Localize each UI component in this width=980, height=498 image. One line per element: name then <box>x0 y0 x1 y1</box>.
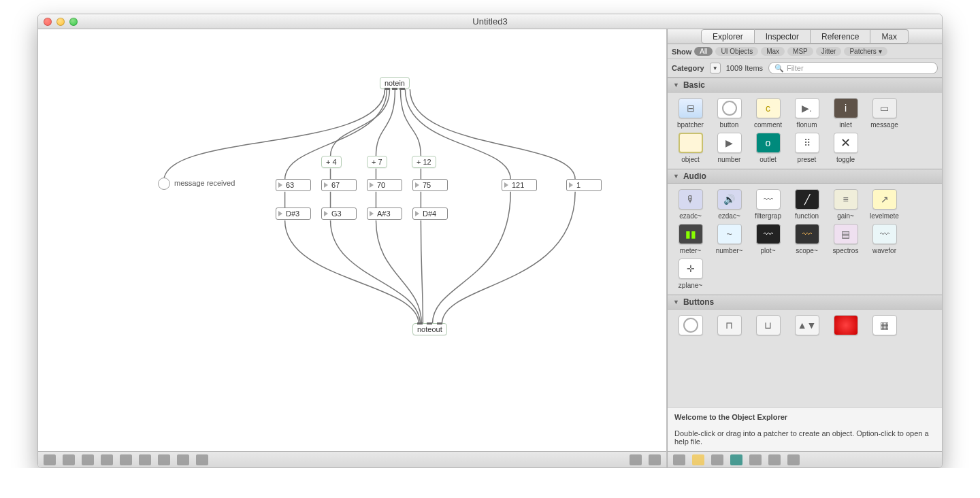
message-box-121[interactable]: 121 <box>502 179 537 191</box>
obj-number[interactable]: ▶number <box>710 133 748 163</box>
obj-numbersig[interactable]: ~number~ <box>710 224 748 254</box>
obj-scope[interactable]: 〰scope~ <box>788 224 826 254</box>
object-plus-12[interactable]: + 12 <box>412 156 436 168</box>
window-minimize-button[interactable] <box>56 18 65 26</box>
obj-inlet[interactable]: iinlet <box>827 98 864 129</box>
chip-jitter[interactable]: Jitter <box>816 47 842 56</box>
preset-icon: ⠿ <box>795 133 819 153</box>
presentation-icon[interactable] <box>82 454 94 465</box>
category-row: Category ▼ 1009 Items 🔍 Filter <box>668 59 942 78</box>
numbersig-icon: ~ <box>717 224 742 244</box>
help-icon[interactable] <box>768 454 781 465</box>
help-box: Welcome to the Object Explorer Double-cl… <box>668 407 942 451</box>
obj-preset[interactable]: ⠿preset <box>788 133 826 163</box>
message-box-63[interactable]: 63 <box>276 179 311 191</box>
obj-spectroscope[interactable]: ▤spectros <box>827 224 864 254</box>
chip-msp[interactable]: MSP <box>787 47 813 56</box>
debug-icon[interactable] <box>196 454 208 465</box>
plot-icon: 〰 <box>756 224 781 244</box>
message-box-75[interactable]: 75 <box>412 179 448 191</box>
obj-flonum[interactable]: ▶.flonum <box>788 98 826 129</box>
object-notein[interactable]: notein <box>380 77 410 89</box>
message-box-note-0[interactable]: D#3 <box>276 208 311 220</box>
obj-toggle[interactable]: toggle <box>827 133 864 163</box>
obj-levelmeter[interactable]: ↗levelmete <box>866 189 903 220</box>
obj-zplane[interactable]: ✛zplane~ <box>672 259 709 289</box>
eye-icon[interactable] <box>730 454 742 465</box>
object-noteout[interactable]: noteout <box>412 323 447 335</box>
console-icon[interactable] <box>120 454 132 465</box>
chip-ui-objects[interactable]: UI Objects <box>715 47 758 56</box>
lock-icon[interactable] <box>44 454 56 465</box>
obj-incdec[interactable]: ▲▼ <box>788 315 826 338</box>
new-object-icon[interactable] <box>63 454 75 465</box>
obj-object[interactable]: object <box>672 133 709 163</box>
chip-all[interactable]: All <box>694 47 713 56</box>
clue-icon[interactable] <box>158 454 170 465</box>
obj-plot[interactable]: 〰plot~ <box>749 224 787 254</box>
tab-max[interactable]: Max <box>870 29 909 44</box>
help-title: Welcome to the Object Explorer <box>674 413 787 421</box>
bang-button[interactable] <box>158 178 170 190</box>
window-zoom-button[interactable] <box>69 18 78 26</box>
obj-ezadc[interactable]: 🎙ezadc~ <box>672 189 709 220</box>
filter-placeholder: Filter <box>787 64 803 72</box>
sidebar-panel: Explorer Inspector Reference Max Show Al… <box>667 29 942 467</box>
tab-explorer[interactable]: Explorer <box>701 29 755 44</box>
obj-ezdac[interactable]: 🔊ezdac~ <box>710 189 748 220</box>
add-icon[interactable] <box>749 454 762 465</box>
obj-message[interactable]: ▭message <box>866 98 903 129</box>
list-view-icon[interactable] <box>711 454 723 465</box>
obj-switch2[interactable]: ⊔ <box>749 315 787 338</box>
patcher-canvas[interactable]: notein + 4 + 7 + 12 message received 63 … <box>38 29 666 451</box>
obj-comment[interactable]: ccomment <box>749 98 787 129</box>
obj-function[interactable]: ╱function <box>788 189 826 220</box>
section-buttons-header[interactable]: ▼Buttons <box>668 295 942 310</box>
message-box-67[interactable]: 67 <box>321 179 357 191</box>
explorer-body[interactable]: ▼Basic ⊟bpatcher button ccomment ▶.flonu… <box>668 78 942 407</box>
obj-gain[interactable]: ≡gain~ <box>827 189 864 220</box>
tab-inspector[interactable]: Inspector <box>755 29 811 44</box>
obj-waveform[interactable]: 〰wavefor <box>866 224 903 254</box>
category-dropdown[interactable]: ▼ <box>710 63 721 73</box>
tab-reference[interactable]: Reference <box>811 29 870 44</box>
chip-patchers[interactable]: Patchers ▾ <box>844 47 887 56</box>
chip-max[interactable]: Max <box>761 47 785 56</box>
grid-view-icon[interactable] <box>692 454 704 465</box>
section-basic-header[interactable]: ▼Basic <box>668 78 942 93</box>
spectroscope-icon: ▤ <box>834 224 858 244</box>
message-box-note-2[interactable]: A#3 <box>367 208 402 220</box>
obj-switch1[interactable]: ⊓ <box>710 315 748 338</box>
view-single-icon[interactable] <box>630 454 642 465</box>
message-box-70[interactable]: 70 <box>367 179 402 191</box>
calendar-icon[interactable] <box>177 454 189 465</box>
section-audio-header[interactable]: ▼Audio <box>668 169 942 184</box>
obj-matrixctrl[interactable]: ▦ <box>866 315 903 338</box>
patcher-toolbar <box>38 451 666 467</box>
message-box-1[interactable]: 1 <box>566 179 602 191</box>
gear-icon[interactable] <box>673 454 685 465</box>
obj-meter[interactable]: ▮▮meter~ <box>672 224 709 254</box>
info-icon[interactable] <box>139 454 151 465</box>
inlet-icon: i <box>834 98 858 118</box>
object-plus-4[interactable]: + 4 <box>321 156 342 168</box>
flonum-icon: ▶. <box>795 98 819 118</box>
obj-button[interactable]: button <box>710 98 748 129</box>
bpatcher-icon: ⊟ <box>679 98 703 118</box>
menu-icon[interactable] <box>787 454 800 465</box>
view-split-icon[interactable] <box>649 454 661 465</box>
obj-button-2[interactable] <box>672 315 709 338</box>
window-close-button[interactable] <box>44 18 52 26</box>
filter-search-input[interactable]: 🔍 Filter <box>768 62 938 74</box>
obj-filtergraph[interactable]: 〰filtergrap <box>749 189 787 220</box>
message-box-note-3[interactable]: D#4 <box>412 208 448 220</box>
obj-led[interactable] <box>827 315 864 338</box>
obj-bpatcher[interactable]: ⊟bpatcher <box>672 98 709 129</box>
grid-icon[interactable] <box>101 454 113 465</box>
obj-outlet[interactable]: ooutlet <box>749 133 787 163</box>
object-plus-7[interactable]: + 7 <box>367 156 387 168</box>
number-icon: ▶ <box>717 133 742 153</box>
object-noteout-label: noteout <box>417 325 442 333</box>
message-box-note-1[interactable]: G3 <box>321 208 357 220</box>
titlebar: Untitled3 <box>38 14 942 29</box>
